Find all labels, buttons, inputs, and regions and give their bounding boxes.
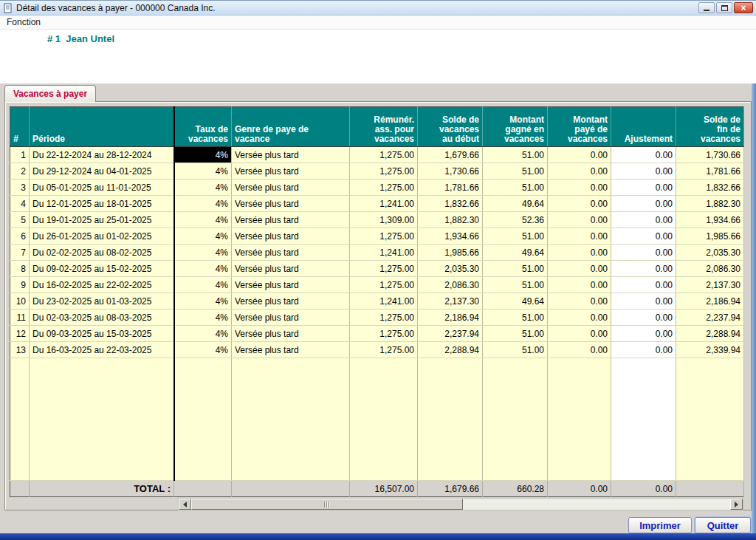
cell[interactable]: 2,288.94	[676, 326, 744, 342]
cell[interactable]: 1,275.00	[350, 277, 418, 293]
cell[interactable]: 4%	[174, 147, 232, 163]
cell[interactable]: 0.00	[548, 310, 611, 326]
cell[interactable]: Versée plus tard	[232, 180, 350, 196]
cell[interactable]: 0.00	[611, 293, 676, 310]
cell[interactable]: 1,985.66	[418, 245, 483, 261]
cell[interactable]: 1,985.66	[676, 228, 744, 245]
cell[interactable]: 0.00	[611, 261, 676, 277]
cell[interactable]: Versée plus tard	[232, 326, 350, 342]
scroll-left-button[interactable]	[179, 499, 191, 510]
cell[interactable]: 2,186.94	[676, 293, 744, 310]
cell[interactable]: 0.00	[548, 163, 611, 180]
cell[interactable]: 12	[10, 326, 30, 342]
cell[interactable]: 1,241.00	[350, 293, 418, 310]
cell[interactable]: 2,086.30	[676, 261, 744, 277]
quitter-button[interactable]: Quitter	[695, 517, 751, 533]
cell[interactable]: 0.00	[548, 293, 611, 310]
cell[interactable]: 1,730.66	[676, 147, 744, 163]
cell[interactable]: 51.00	[483, 326, 548, 342]
cell[interactable]: 2,137.30	[676, 277, 744, 293]
cell[interactable]: 0.00	[548, 326, 611, 342]
cell[interactable]: 2,237.94	[418, 326, 483, 342]
cell[interactable]: 4%	[174, 277, 232, 293]
cell[interactable]: 2,288.94	[418, 342, 483, 358]
cell[interactable]: 1,275.00	[350, 326, 418, 342]
cell[interactable]: 1,882.30	[676, 196, 744, 212]
cell[interactable]: 4%	[174, 326, 232, 342]
cell[interactable]: 2,137.30	[418, 293, 483, 310]
cell[interactable]: Versée plus tard	[232, 163, 350, 180]
cell[interactable]: 52.36	[483, 212, 548, 228]
cell[interactable]: 0.00	[611, 163, 676, 180]
cell[interactable]: 0.00	[548, 277, 611, 293]
cell[interactable]: 10	[10, 293, 30, 310]
cell[interactable]: 2,237.94	[676, 310, 744, 326]
cell[interactable]: Du 16-03-2025 au 22-03-2025	[30, 342, 174, 358]
cell[interactable]: 51.00	[483, 163, 548, 180]
imprimer-button[interactable]: Imprimer	[628, 517, 692, 533]
cell[interactable]: Versée plus tard	[232, 261, 350, 277]
cell[interactable]: 2,339.94	[676, 342, 744, 358]
cell[interactable]: Versée plus tard	[232, 196, 350, 212]
cell[interactable]: 2,086.30	[418, 277, 483, 293]
cell[interactable]: 0.00	[611, 180, 676, 196]
cell[interactable]: 13	[10, 342, 30, 358]
cell[interactable]: 1,934.66	[418, 228, 483, 245]
cell[interactable]: 4%	[174, 180, 232, 196]
cell[interactable]: 2,186.94	[418, 310, 483, 326]
cell[interactable]: Versée plus tard	[232, 212, 350, 228]
cell[interactable]: 1,934.66	[676, 212, 744, 228]
cell[interactable]: 4%	[174, 212, 232, 228]
cell[interactable]: 4%	[174, 261, 232, 277]
cell[interactable]: 4%	[174, 163, 232, 180]
cell[interactable]: Du 12-01-2025 au 18-01-2025	[30, 196, 174, 212]
cell[interactable]: 0.00	[611, 310, 676, 326]
cell[interactable]: 4%	[174, 245, 232, 261]
cell[interactable]: 0.00	[548, 180, 611, 196]
cell[interactable]: Versée plus tard	[232, 245, 350, 261]
cell[interactable]: 51.00	[483, 261, 548, 277]
maximize-button[interactable]	[716, 2, 732, 13]
cell[interactable]: 1,832.66	[418, 196, 483, 212]
cell[interactable]: 4%	[174, 310, 232, 326]
cell[interactable]: 5	[10, 212, 30, 228]
cell[interactable]: 1,781.66	[418, 180, 483, 196]
cell[interactable]: 0.00	[548, 228, 611, 245]
cell[interactable]: 0.00	[548, 196, 611, 212]
cell[interactable]: Du 05-01-2025 au 11-01-2025	[30, 180, 174, 196]
cell[interactable]: 1,679.66	[418, 147, 483, 163]
cell[interactable]: 49.64	[483, 196, 548, 212]
menu-item-fonction[interactable]: Fonction	[0, 16, 47, 29]
cell[interactable]: 0.00	[548, 261, 611, 277]
cell[interactable]: 1	[10, 147, 30, 163]
cell[interactable]: 2	[10, 163, 30, 180]
cell[interactable]: Versée plus tard	[232, 342, 350, 358]
cell[interactable]: 1,275.00	[350, 147, 418, 163]
cell[interactable]: 1,275.00	[350, 342, 418, 358]
cell[interactable]: 2,035.30	[418, 261, 483, 277]
scroll-right-button[interactable]	[730, 499, 743, 510]
cell[interactable]: 0.00	[611, 196, 676, 212]
cell[interactable]: 0.00	[611, 147, 676, 163]
cell[interactable]: 51.00	[483, 147, 548, 163]
cell[interactable]: 1,781.66	[676, 163, 744, 180]
cell[interactable]: 9	[10, 277, 30, 293]
cell[interactable]: Du 02-03-2025 au 08-03-2025	[30, 310, 174, 326]
cell[interactable]: 0.00	[611, 245, 676, 261]
cell[interactable]: 8	[10, 261, 30, 277]
cell[interactable]: 1,882.30	[418, 212, 483, 228]
cell[interactable]: 1,275.00	[350, 180, 418, 196]
cell[interactable]: 51.00	[483, 228, 548, 245]
tab-vacances-a-payer[interactable]: Vacances à payer	[4, 85, 96, 102]
cell[interactable]: Du 16-02-2025 au 22-02-2025	[30, 277, 174, 293]
cell[interactable]: 51.00	[483, 277, 548, 293]
cell[interactable]: 4%	[174, 196, 232, 212]
cell[interactable]: 4%	[174, 342, 232, 358]
cell[interactable]: 0.00	[548, 147, 611, 163]
cell[interactable]: 1,275.00	[350, 163, 418, 180]
cell[interactable]: 7	[10, 245, 30, 261]
cell[interactable]: 0.00	[611, 342, 676, 358]
cell[interactable]: Versée plus tard	[232, 310, 350, 326]
cell[interactable]: 1,832.66	[676, 180, 744, 196]
cell[interactable]: 0.00	[611, 228, 676, 245]
